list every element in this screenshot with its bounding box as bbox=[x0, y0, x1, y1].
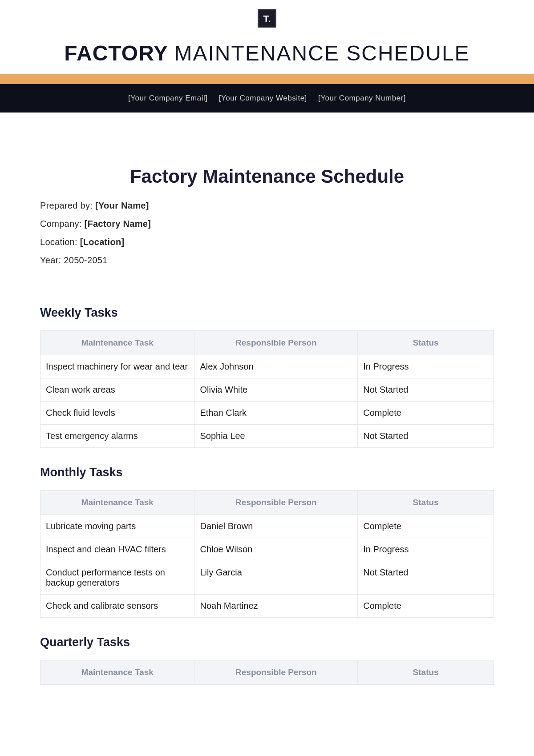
cell-task: Inspect and clean HVAC filters bbox=[40, 538, 194, 561]
meta-prepared-by: Prepared by: [Your Name] bbox=[40, 201, 494, 211]
col-status: Status bbox=[358, 660, 494, 685]
cell-person: Lily Garcia bbox=[194, 561, 358, 595]
cell-status: Complete bbox=[358, 402, 494, 425]
table-row: Inspect and clean HVAC filters Chloe Wil… bbox=[40, 538, 494, 561]
cell-task: Check and calibrate sensors bbox=[40, 595, 194, 618]
cell-person: Noah Martinez bbox=[194, 595, 358, 618]
contact-number: [Your Company Number] bbox=[318, 94, 406, 102]
table-quarterly: Maintenance Task Responsible Person Stat… bbox=[40, 660, 494, 685]
col-task: Maintenance Task bbox=[40, 491, 194, 515]
table-weekly: Maintenance Task Responsible Person Stat… bbox=[40, 330, 494, 448]
table-row: Clean work areas Olivia White Not Starte… bbox=[40, 378, 494, 402]
main-header-title: FACTORY MAINTENANCE SCHEDULE bbox=[0, 41, 534, 65]
section-title-monthly: Monthly Tasks bbox=[40, 466, 494, 479]
cell-task: Lubricate moving parts bbox=[40, 515, 194, 538]
table-row: Check and calibrate sensors Noah Martine… bbox=[40, 595, 494, 618]
document-body: Factory Maintenance Schedule Prepared by… bbox=[0, 113, 534, 703]
section-title-quarterly: Quarterly Tasks bbox=[40, 635, 494, 649]
section-title-weekly: Weekly Tasks bbox=[40, 306, 494, 320]
cell-task: Inspect machinery for wear and tear bbox=[40, 355, 194, 378]
col-task: Maintenance Task bbox=[40, 660, 194, 685]
col-person: Responsible Person bbox=[194, 660, 358, 685]
meta-location-label: Location: bbox=[40, 237, 77, 247]
col-person: Responsible Person bbox=[194, 491, 358, 515]
col-status: Status bbox=[358, 331, 494, 355]
table-header-row: Maintenance Task Responsible Person Stat… bbox=[40, 660, 494, 685]
table-row: Test emergency alarms Sophia Lee Not Sta… bbox=[40, 425, 494, 448]
meta-prepared-value: [Your Name] bbox=[95, 201, 149, 210]
cell-task: Test emergency alarms bbox=[40, 425, 194, 448]
contact-website: [Your Company Website] bbox=[219, 94, 307, 102]
cell-status: Complete bbox=[358, 515, 494, 538]
divider bbox=[40, 288, 494, 288]
cell-status: Not Started bbox=[358, 425, 494, 448]
meta-company-label: Company: bbox=[40, 219, 82, 229]
meta-company: Company: [Factory Name] bbox=[40, 219, 494, 229]
document-title: Factory Maintenance Schedule bbox=[40, 166, 494, 187]
main-header: FACTORY MAINTENANCE SCHEDULE bbox=[0, 28, 534, 74]
main-header-title-bold: FACTORY bbox=[64, 41, 168, 65]
table-row: Check fluid levels Ethan Clark Complete bbox=[40, 402, 494, 425]
cell-status: In Progress bbox=[358, 538, 494, 561]
accent-bar bbox=[0, 74, 534, 84]
cell-task: Check fluid levels bbox=[40, 402, 194, 425]
cell-person: Chloe Wilson bbox=[194, 538, 358, 561]
cell-status: In Progress bbox=[358, 355, 494, 378]
cell-task: Conduct performance tests on backup gene… bbox=[40, 561, 194, 595]
brand-logo-icon: T. bbox=[258, 9, 276, 28]
cell-person: Olivia White bbox=[194, 378, 358, 402]
cell-person: Alex Johnson bbox=[194, 355, 358, 378]
main-header-title-light: MAINTENANCE SCHEDULE bbox=[174, 41, 470, 65]
col-person: Responsible Person bbox=[194, 331, 358, 355]
table-monthly: Maintenance Task Responsible Person Stat… bbox=[40, 490, 494, 618]
cell-person: Ethan Clark bbox=[194, 402, 358, 425]
meta-prepared-label: Prepared by: bbox=[40, 201, 93, 210]
cell-status: Not Started bbox=[358, 561, 494, 595]
contact-email: [Your Company Email] bbox=[128, 94, 208, 102]
cell-person: Daniel Brown bbox=[194, 515, 358, 538]
meta-location: Location: [Location] bbox=[40, 237, 494, 247]
table-row: Inspect machinery for wear and tear Alex… bbox=[40, 355, 494, 378]
table-row: Conduct performance tests on backup gene… bbox=[40, 561, 494, 595]
cell-status: Not Started bbox=[358, 378, 494, 402]
meta-location-value: [Location] bbox=[80, 237, 125, 247]
cell-task: Clean work areas bbox=[40, 378, 194, 402]
contact-bar: [Your Company Email] [Your Company Websi… bbox=[0, 84, 534, 113]
cell-status: Complete bbox=[358, 595, 494, 618]
meta-year-label: Year: bbox=[40, 255, 61, 265]
table-header-row: Maintenance Task Responsible Person Stat… bbox=[40, 331, 494, 355]
cell-person: Sophia Lee bbox=[194, 425, 358, 448]
col-status: Status bbox=[358, 491, 494, 515]
col-task: Maintenance Task bbox=[40, 331, 194, 355]
meta-company-value: [Factory Name] bbox=[84, 219, 151, 229]
table-row: Lubricate moving parts Daniel Brown Comp… bbox=[40, 515, 494, 538]
meta-year: Year: 2050-2051 bbox=[40, 255, 494, 265]
logo-container: T. bbox=[0, 0, 534, 28]
table-header-row: Maintenance Task Responsible Person Stat… bbox=[40, 491, 494, 515]
meta-year-value: 2050-2051 bbox=[64, 255, 107, 265]
